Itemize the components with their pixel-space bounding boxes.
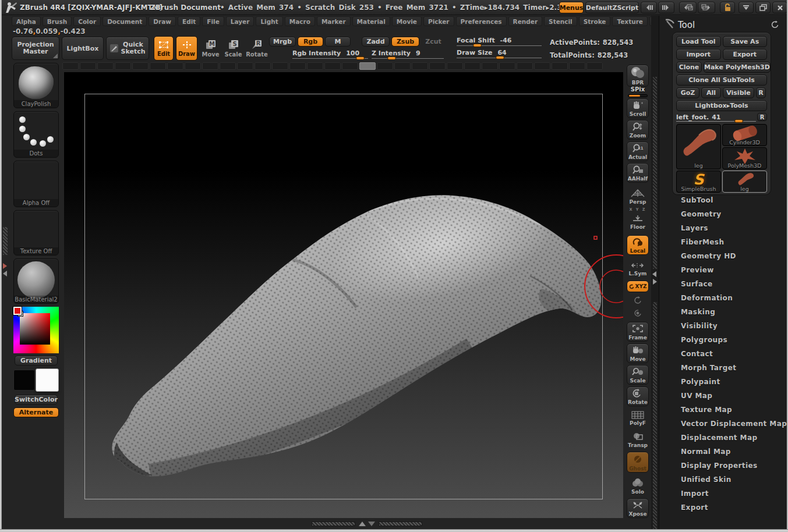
tool-section-export[interactable]: Export: [659, 501, 788, 515]
menu-document[interactable]: Document: [103, 16, 147, 26]
slider-handle[interactable]: [734, 119, 743, 123]
tool-section-normal-map[interactable]: Normal Map: [659, 445, 788, 459]
menu-color[interactable]: Color: [73, 16, 101, 26]
scrollbar-segment[interactable]: [569, 62, 585, 70]
palette-reset-icon[interactable]: [771, 20, 779, 29]
tool-section-fibermesh[interactable]: FiberMesh: [659, 235, 788, 249]
lsym-button[interactable]: L.Sym: [627, 259, 649, 278]
aa-half-button[interactable]: AAHalf: [627, 163, 649, 183]
minimize-button[interactable]: [738, 2, 754, 13]
tool-section-polypaint[interactable]: Polypaint: [659, 375, 788, 389]
actual-size-button[interactable]: x1 Actual: [627, 141, 649, 161]
scrollbar-segment[interactable]: [429, 62, 446, 70]
scrollbar-segment[interactable]: [307, 62, 323, 70]
slider-handle[interactable]: [387, 56, 396, 60]
menu-layer[interactable]: Layer: [226, 16, 255, 26]
prev-ui-layout-button[interactable]: [679, 2, 697, 13]
slider-handle[interactable]: [356, 56, 365, 60]
solo-button[interactable]: Solo: [627, 475, 649, 496]
scrollbar-segment[interactable]: [185, 62, 201, 70]
scroll-button[interactable]: Scroll: [627, 98, 649, 118]
canvas-h-scrollbar[interactable]: [62, 62, 623, 70]
current-material-thumbnail[interactable]: BasicMaterial2: [13, 258, 59, 304]
menu-material[interactable]: Material: [352, 16, 390, 26]
close-button[interactable]: [772, 2, 787, 13]
tool-section-uv-map[interactable]: UV Map: [659, 389, 788, 403]
lightbox-tools-button[interactable]: Lightbox▸Tools: [676, 100, 767, 111]
floor-button[interactable]: Floor: [627, 212, 649, 231]
local-button[interactable]: Local: [627, 235, 649, 255]
spin-canvas-icon[interactable]: [627, 307, 649, 319]
right-tray-open-arrow[interactable]: [652, 271, 656, 277]
menu-draw[interactable]: Draw: [149, 16, 176, 26]
goz-visible-button[interactable]: Visible: [723, 87, 754, 98]
scrollbar-segment[interactable]: [220, 62, 236, 70]
primary-color-swatch[interactable]: [36, 368, 59, 392]
clone-all-subtools-button[interactable]: Clone All SubTools: [676, 75, 767, 86]
document-canvas[interactable]: [64, 72, 623, 518]
tool-section-morph-target[interactable]: Morph Target: [659, 361, 788, 375]
scrollbar-segment[interactable]: [272, 62, 288, 70]
current-texture-thumbnail[interactable]: Texture Off: [13, 210, 59, 256]
scrollbar-segment[interactable]: [359, 62, 376, 70]
tool-section-preview[interactable]: Preview: [659, 263, 788, 277]
quick-sketch-button[interactable]: Quick Sketch: [106, 37, 149, 60]
tool-section-unified-skin[interactable]: Unified Skin: [659, 473, 788, 487]
scrollbar-segment[interactable]: [552, 62, 568, 70]
menu-brush[interactable]: Brush: [43, 16, 72, 26]
slider-handle[interactable]: [496, 56, 504, 59]
current-stroke-thumbnail[interactable]: Dots: [13, 111, 59, 158]
alternate-button[interactable]: Alternate: [13, 407, 59, 417]
scrollbar-segment[interactable]: [202, 62, 218, 70]
left-tray-close-arrow[interactable]: [3, 271, 7, 276]
menu-light[interactable]: Light: [256, 16, 282, 26]
rotate-on-axis-icon[interactable]: [627, 295, 649, 306]
menu-picker[interactable]: Picker: [423, 16, 454, 26]
move-3d-button[interactable]: Move: [627, 343, 649, 363]
scrollbar-segment[interactable]: [534, 62, 550, 70]
next-ui-layout-button[interactable]: [698, 2, 715, 13]
menu-edit[interactable]: Edit: [178, 16, 200, 26]
scrollbar-segment[interactable]: [499, 62, 515, 70]
scrollbar-segment[interactable]: [447, 62, 463, 70]
menu-marker[interactable]: Marker: [317, 16, 351, 26]
tool-section-contact[interactable]: Contact: [659, 347, 788, 361]
zoom-button[interactable]: Zoom: [627, 120, 649, 140]
scrollbar-segment[interactable]: [115, 62, 131, 70]
current-alpha-thumbnail[interactable]: Alpha Off: [13, 161, 59, 207]
draw-size-slider[interactable]: Draw Size 64: [457, 49, 542, 59]
slider-handle[interactable]: [473, 44, 482, 47]
tool-section-vector-displacement-map[interactable]: Vector Displacement Map: [659, 417, 788, 431]
polymesh3d-thumbnail[interactable]: PolyMesh3D: [722, 147, 767, 169]
tool-section-subtool[interactable]: SubTool: [659, 193, 788, 207]
import-button[interactable]: Import: [676, 49, 721, 60]
restore-button[interactable]: [755, 2, 771, 13]
export-button[interactable]: Export: [723, 49, 768, 60]
cylinder3d-thumbnail[interactable]: Cylinder3D: [722, 124, 767, 146]
tool-section-texture-map[interactable]: Texture Map: [659, 403, 788, 417]
left-tray-open-arrow[interactable]: [3, 263, 7, 269]
tool-section-geometry[interactable]: Geometry: [659, 207, 788, 221]
shrink-right-button[interactable]: [658, 2, 674, 13]
tray-close-down-icon[interactable]: [368, 522, 375, 526]
goz-all-button[interactable]: All: [701, 87, 721, 98]
current-brush-thumbnail[interactable]: ClayPolish: [13, 63, 59, 108]
leg-recent-thumbnail[interactable]: leg: [722, 171, 767, 193]
scrollbar-segment[interactable]: [62, 62, 79, 70]
draw-button[interactable]: Draw: [176, 36, 197, 61]
mrgb-button[interactable]: Mrgb: [269, 37, 296, 47]
edit-button[interactable]: Edit: [154, 36, 174, 61]
menu-file[interactable]: File: [202, 16, 224, 26]
move-button[interactable]: M Move: [200, 36, 221, 61]
spix-slider[interactable]: [628, 94, 648, 97]
scrollbar-segment[interactable]: [80, 62, 96, 70]
menu-movie[interactable]: Movie: [392, 16, 422, 26]
rotate-button[interactable]: R Rotate: [245, 36, 268, 61]
polyframe-button[interactable]: PolyF: [627, 409, 649, 427]
scrollbar-segment[interactable]: [97, 62, 114, 70]
zsub-button[interactable]: Zsub: [391, 37, 419, 47]
scrollbar-segment[interactable]: [289, 62, 306, 70]
bottom-tray-handle[interactable]: [312, 521, 422, 527]
frame-button[interactable]: Frame: [627, 322, 649, 342]
load-tool-button[interactable]: Load Tool: [676, 36, 721, 47]
